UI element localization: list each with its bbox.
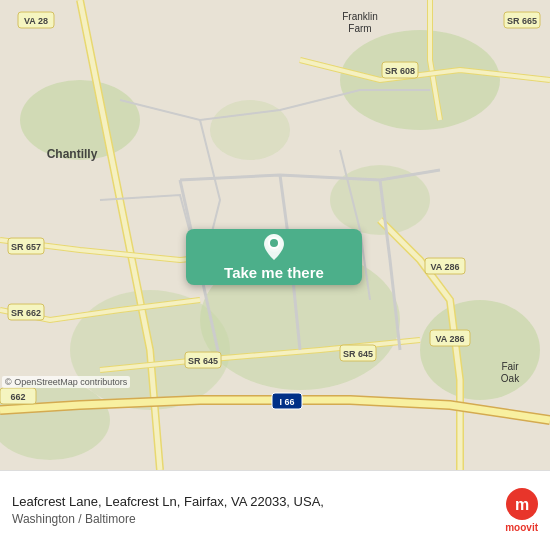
svg-point-38 [270,239,278,247]
location-pin-icon [264,234,284,260]
moovit-icon: m [506,488,538,520]
svg-text:SR 645: SR 645 [343,349,373,359]
svg-text:SR 608: SR 608 [385,66,415,76]
svg-text:SR 645: SR 645 [188,356,218,366]
svg-text:Franklin: Franklin [342,11,378,22]
svg-text:Chantilly: Chantilly [47,147,98,161]
svg-text:I 66: I 66 [279,397,294,407]
svg-text:662: 662 [10,392,25,402]
address-section: Leafcrest Lane, Leafcrest Ln, Fairfax, V… [12,493,470,528]
svg-text:VA 286: VA 286 [430,262,459,272]
address-line: Leafcrest Lane, Leafcrest Ln, Fairfax, V… [12,493,470,511]
moovit-logo: m moovit [478,488,538,533]
svg-point-8 [210,100,290,160]
city-line: Washington / Baltimore [12,511,470,528]
svg-text:Oak: Oak [501,373,520,384]
info-bar: Leafcrest Lane, Leafcrest Ln, Fairfax, V… [0,470,550,550]
take-me-there-label: Take me there [224,264,324,281]
svg-text:VA 28: VA 28 [24,16,48,26]
svg-text:VA 286: VA 286 [435,334,464,344]
take-me-there-button[interactable]: Take me there [186,229,362,285]
svg-text:SR 657: SR 657 [11,242,41,252]
svg-text:Fair: Fair [501,361,519,372]
svg-text:Farm: Farm [348,23,371,34]
svg-point-4 [420,300,540,400]
svg-text:SR 662: SR 662 [11,308,41,318]
svg-text:SR 665: SR 665 [507,16,537,26]
moovit-text: moovit [505,522,538,533]
osm-attribution: © OpenStreetMap contributors [2,376,130,388]
svg-point-2 [340,30,500,130]
map-container: VA 28 SR 665 SR 608 SR 657 SR 662 SR 645… [0,0,550,470]
svg-text:m: m [515,496,529,513]
